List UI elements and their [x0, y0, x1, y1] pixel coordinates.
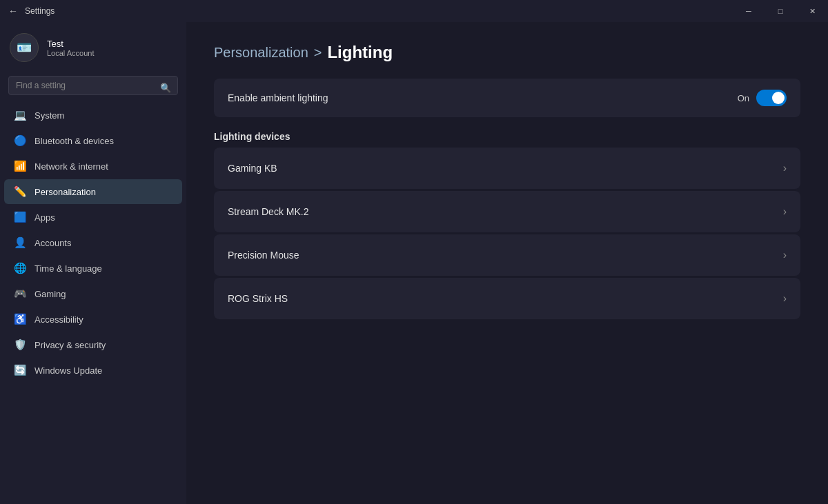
- titlebar: ← Settings ─ □ ✕: [0, 0, 828, 22]
- sidebar-item-label-personalization: Personalization: [34, 187, 96, 197]
- search-container: 🔍: [0, 73, 186, 102]
- sidebar-item-label-accounts: Accounts: [34, 238, 71, 248]
- device-label-1: Stream Deck MK.2: [228, 206, 783, 217]
- privacy-icon: 🛡️: [14, 339, 26, 351]
- sidebar-item-gaming[interactable]: 🎮Gaming: [4, 281, 182, 306]
- ambient-lighting-status: On: [738, 93, 749, 103]
- device-row-1[interactable]: Stream Deck MK.2›: [214, 191, 800, 232]
- chevron-right-icon-3: ›: [783, 292, 787, 305]
- device-label-2: Precision Mouse: [228, 250, 783, 261]
- sidebar-item-label-gaming: Gaming: [34, 289, 66, 299]
- ambient-lighting-label: Enable ambient lighting: [228, 92, 738, 103]
- device-label-0: Gaming KB: [228, 163, 783, 174]
- sidebar-item-label-system: System: [34, 110, 64, 121]
- sidebar-item-bluetooth[interactable]: 🔵Bluetooth & devices: [4, 128, 182, 153]
- ambient-lighting-control: On: [738, 90, 787, 106]
- back-button[interactable]: ←: [8, 6, 18, 17]
- breadcrumb-parent[interactable]: Personalization: [214, 45, 308, 61]
- update-icon: 🔄: [14, 364, 26, 376]
- window-controls: ─ □ ✕: [733, 0, 828, 22]
- sidebar-item-label-update: Windows Update: [34, 365, 102, 376]
- personalization-icon: ✏️: [14, 185, 26, 198]
- sidebar-item-label-apps: Apps: [34, 212, 55, 223]
- minimize-button[interactable]: ─: [733, 0, 765, 22]
- network-icon: 📶: [14, 160, 26, 172]
- gaming-icon: 🎮: [14, 288, 26, 300]
- breadcrumb-separator: >: [314, 45, 322, 61]
- sidebar-item-time[interactable]: 🌐Time & language: [4, 256, 182, 281]
- sidebar-item-label-accessibility: Accessibility: [34, 314, 83, 325]
- sidebar-item-accessibility[interactable]: ♿Accessibility: [4, 307, 182, 332]
- device-row-3[interactable]: ROG Strix HS›: [214, 278, 800, 319]
- maximize-button[interactable]: □: [765, 0, 796, 22]
- accessibility-icon: ♿: [14, 313, 26, 325]
- device-row-0[interactable]: Gaming KB›: [214, 148, 800, 189]
- sidebar-item-privacy[interactable]: 🛡️Privacy & security: [4, 332, 182, 357]
- close-button[interactable]: ✕: [796, 0, 828, 22]
- main-container: 🪪 Test Local Account 🔍 💻System🔵Bluetooth…: [0, 22, 828, 504]
- device-label-3: ROG Strix HS: [228, 293, 783, 304]
- chevron-right-icon-2: ›: [783, 249, 787, 261]
- sidebar-item-label-network: Network & internet: [34, 161, 108, 172]
- sidebar-item-apps[interactable]: 🟦Apps: [4, 205, 182, 230]
- accounts-icon: 👤: [14, 236, 26, 249]
- sidebar-item-label-bluetooth: Bluetooth & devices: [34, 136, 114, 146]
- user-profile[interactable]: 🪪 Test Local Account: [0, 22, 186, 73]
- user-info: Test Local Account: [47, 39, 95, 57]
- sidebar: 🪪 Test Local Account 🔍 💻System🔵Bluetooth…: [0, 22, 186, 504]
- breadcrumb-current: Lighting: [327, 43, 393, 62]
- user-name: Test: [47, 39, 95, 49]
- bluetooth-icon: 🔵: [14, 134, 26, 147]
- user-type: Local Account: [47, 49, 95, 57]
- sidebar-nav: 💻System🔵Bluetooth & devices📶Network & in…: [0, 102, 186, 383]
- device-list: Gaming KB›Stream Deck MK.2›Precision Mou…: [214, 148, 800, 319]
- system-icon: 💻: [14, 109, 26, 121]
- sidebar-item-accounts[interactable]: 👤Accounts: [4, 230, 182, 255]
- time-icon: 🌐: [14, 262, 26, 274]
- content-area: Personalization > Lighting Enable ambien…: [186, 22, 828, 504]
- chevron-right-icon-1: ›: [783, 205, 787, 218]
- ambient-lighting-toggle[interactable]: [756, 90, 787, 106]
- sidebar-item-personalization[interactable]: ✏️Personalization: [4, 179, 182, 204]
- sidebar-item-update[interactable]: 🔄Windows Update: [4, 358, 182, 383]
- chevron-right-icon-0: ›: [783, 162, 787, 174]
- apps-icon: 🟦: [14, 211, 26, 223]
- breadcrumb: Personalization > Lighting: [214, 43, 800, 62]
- titlebar-title: Settings: [25, 6, 55, 16]
- device-row-2[interactable]: Precision Mouse›: [214, 234, 800, 276]
- sidebar-item-label-privacy: Privacy & security: [34, 340, 106, 350]
- toggle-knob: [772, 92, 785, 104]
- avatar: 🪪: [10, 33, 39, 62]
- search-input[interactable]: [8, 76, 178, 95]
- lighting-devices-heading: Lighting devices: [214, 131, 800, 142]
- sidebar-item-network[interactable]: 📶Network & internet: [4, 154, 182, 179]
- sidebar-item-label-time: Time & language: [34, 263, 102, 274]
- ambient-lighting-row: Enable ambient lighting On: [214, 79, 800, 117]
- sidebar-item-system[interactable]: 💻System: [4, 103, 182, 128]
